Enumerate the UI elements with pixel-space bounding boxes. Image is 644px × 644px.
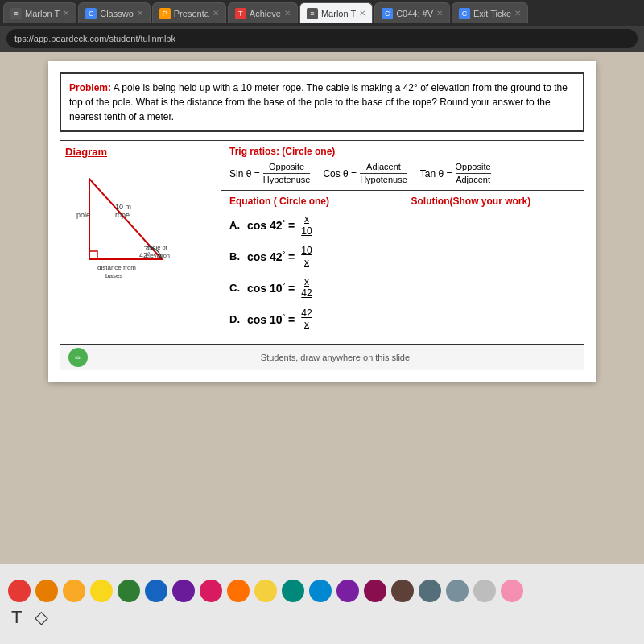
color-swatch[interactable]	[364, 580, 386, 602]
eq-d-frac: 42 x	[301, 308, 312, 331]
diagram-title: Diagram	[65, 146, 216, 158]
tab-close-5[interactable]: ✕	[359, 9, 365, 18]
svg-text:pole: pole	[76, 211, 90, 219]
tan-ratio: Tan θ = Opposite Adjacent	[420, 162, 491, 185]
tab-marlon1[interactable]: ≡ Marlon T ✕	[3, 2, 76, 23]
color-swatch[interactable]	[391, 580, 414, 602]
eq-a-bottom: 10	[301, 225, 312, 237]
eq-c-top: x	[304, 276, 309, 287]
color-swatch[interactable]	[63, 580, 85, 602]
tab-close-7[interactable]: ✕	[514, 9, 521, 18]
tab-close-6[interactable]: ✕	[436, 9, 443, 18]
tab-close-3[interactable]: ✕	[213, 9, 219, 18]
drawing-bar: ✏ Students, draw anywhere on this slide!	[60, 345, 584, 370]
color-swatch[interactable]	[200, 580, 222, 602]
tab-achieve[interactable]: T Achieve ✕	[228, 2, 298, 23]
problem-label: Problem:	[69, 82, 111, 93]
option-letter-c: C.	[229, 282, 241, 294]
equation-option-c[interactable]: C. cos 10° = x 42	[229, 276, 394, 299]
color-palette	[8, 580, 636, 602]
trig-title: Trig ratios: (Circle one)	[229, 146, 576, 157]
color-swatch[interactable]	[336, 580, 359, 602]
tab-icon-6: C	[382, 8, 393, 19]
eq-a-text: cos 42° =	[247, 218, 295, 232]
problem-text: A pole is being held up with a 10 meter …	[69, 82, 568, 122]
equation-option-b[interactable]: B. cos 42° = 10 x	[229, 245, 394, 268]
svg-text:distance from: distance from	[97, 264, 136, 271]
cos-fraction: Adjacent Hypotenuse	[360, 162, 407, 185]
eq-c-frac: x 42	[301, 276, 312, 299]
color-swatch[interactable]	[8, 580, 31, 602]
color-swatch[interactable]	[446, 580, 469, 602]
text-tool[interactable]: T	[11, 607, 22, 628]
color-swatch[interactable]	[309, 580, 332, 602]
tab-label-4: Achieve	[250, 9, 281, 19]
pencil-avatar: ✏	[66, 346, 90, 369]
eq-b-bottom: x	[304, 257, 309, 268]
option-letter-d: D.	[229, 313, 241, 325]
equation-option-d[interactable]: D. cos 10° = 42 x	[229, 308, 394, 331]
color-swatch[interactable]	[501, 580, 523, 602]
color-swatch[interactable]	[419, 580, 441, 602]
tab-close-1[interactable]: ✕	[63, 9, 69, 18]
tool-row: T ◇	[8, 607, 636, 628]
student-avatar: ✏	[68, 348, 88, 367]
tab-icon-4: T	[235, 8, 246, 19]
sin-ratio: Sin θ = Opposite Hypotenuse	[229, 162, 310, 185]
eq-d-text: cos 10° =	[247, 312, 295, 326]
svg-rect-1	[89, 251, 97, 259]
content-grid: Diagram pole 10 m rope 42° angl	[60, 140, 584, 345]
tab-label-7: Exit Ticke	[473, 9, 511, 19]
tan-bottom: Adjacent	[456, 175, 490, 185]
eraser-tool[interactable]: ◇	[35, 607, 48, 628]
cos-bottom: Hypotenuse	[360, 175, 407, 185]
color-swatch[interactable]	[282, 580, 304, 602]
tab-bar: ≡ Marlon T ✕ C Classwo ✕ P Presenta ✕ T …	[0, 0, 644, 26]
tab-icon-7: C	[459, 8, 470, 19]
trig-ratios: Sin θ = Opposite Hypotenuse Cos θ = Adja…	[229, 162, 576, 185]
color-swatch[interactable]	[118, 580, 140, 602]
color-swatch[interactable]	[145, 580, 167, 602]
equation-title: Equation ( Circle one)	[229, 196, 394, 207]
equation-option-a[interactable]: A. cos 42° = x 10	[229, 213, 394, 237]
bottom-grid: Equation ( Circle one) A. cos 42° = x 10…	[221, 191, 584, 343]
sin-bar	[263, 173, 311, 174]
eq-b-top: 10	[301, 245, 312, 256]
tab-close-2[interactable]: ✕	[137, 9, 143, 18]
tab-icon-5: ≡	[307, 8, 318, 19]
color-swatch[interactable]	[172, 580, 195, 602]
eq-d-bottom: x	[304, 319, 309, 330]
solution-section: Solution(Show your work)	[403, 191, 584, 343]
color-swatch[interactable]	[227, 580, 250, 602]
option-letter-b: B.	[229, 250, 241, 262]
tan-lhs: Tan θ =	[420, 168, 452, 180]
tab-c044[interactable]: C C044: #V ✕	[374, 2, 450, 23]
tab-label-1: Marlon T	[25, 9, 60, 19]
slide-container: Problem: A pole is being held up with a …	[48, 61, 596, 382]
url-box[interactable]: tps://app.peardeck.com/student/tulinmlbk	[6, 29, 638, 48]
tab-close-4[interactable]: ✕	[284, 9, 291, 18]
tab-exit[interactable]: C Exit Ticke ✕	[452, 2, 528, 23]
svg-text:10 m: 10 m	[115, 203, 131, 211]
tab-label-2: Classwo	[100, 9, 134, 19]
sin-bottom: Hypotenuse	[263, 175, 311, 185]
tan-top: Opposite	[456, 162, 491, 172]
color-swatch[interactable]	[254, 580, 277, 602]
eq-a-top: x	[304, 213, 309, 225]
svg-text:rope: rope	[115, 211, 130, 219]
tab-classwork[interactable]: C Classwo ✕	[78, 2, 151, 23]
trig-section: Trig ratios: (Circle one) Sin θ = Opposi…	[221, 141, 584, 191]
tab-marlon2[interactable]: ≡ Marlon T ✕	[299, 2, 373, 23]
color-swatch[interactable]	[473, 580, 496, 602]
eq-b-frac: 10 x	[301, 245, 312, 268]
color-swatch[interactable]	[90, 580, 113, 602]
tab-icon-2: C	[85, 8, 97, 19]
cos-bar	[360, 173, 407, 174]
url-text: tps://app.peardeck.com/student/tulinmlbk	[14, 34, 175, 43]
tab-presenta[interactable]: P Presenta ✕	[152, 2, 226, 23]
eq-b-text: cos 42° =	[247, 250, 295, 263]
cos-top: Adjacent	[366, 162, 401, 172]
color-swatch[interactable]	[35, 580, 58, 602]
address-bar: tps://app.peardeck.com/student/tulinmlbk	[0, 26, 644, 52]
option-letter-a: A.	[229, 219, 241, 231]
